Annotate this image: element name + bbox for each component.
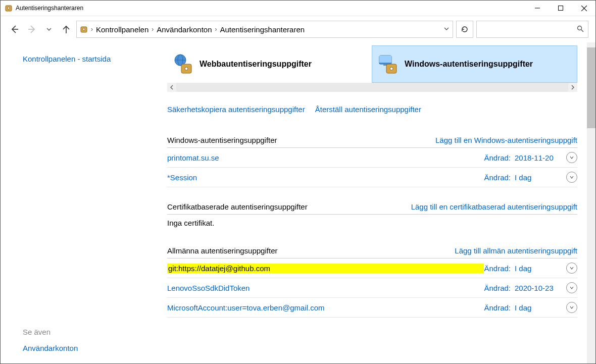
credential-name: MicrosoftAccount:user=tova.erben@gmail.c…	[167, 303, 484, 312]
credential-row[interactable]: printomat.su.se Ändrad: 2018-11-20	[167, 148, 577, 168]
section-generic-credentials: Allmänna autentiseringsuppgifter Lägg ti…	[167, 244, 577, 318]
scroll-left-icon[interactable]	[167, 83, 176, 92]
modified-date: I dag	[515, 303, 561, 312]
credential-row[interactable]: *Session Ändrad: I dag	[167, 168, 577, 187]
credential-row[interactable]: MicrosoftAccount:user=tova.erben@gmail.c…	[167, 298, 577, 318]
globe-vault-icon	[172, 53, 194, 75]
breadcrumb-bar[interactable]: › Kontrollpanelen › Användarkonton › Aut…	[76, 21, 453, 38]
backup-link[interactable]: Säkerhetskopiera autentiseringsuppgifter	[167, 105, 305, 114]
forward-button[interactable]	[25, 22, 39, 36]
credential-name: LenovoSsoSdkDidToken	[167, 284, 484, 292]
up-button[interactable]	[59, 22, 73, 36]
left-pane: Kontrollpanelen - startsida Se även Anvä…	[1, 42, 167, 364]
tab-label: Webbautentiseringsuppgifter	[200, 60, 312, 69]
no-certificates-label: Inga certifikat.	[167, 215, 577, 231]
svg-point-22	[390, 67, 393, 70]
svg-line-12	[581, 29, 584, 32]
chevron-down-icon[interactable]	[566, 263, 577, 274]
section-title: Windows-autentiseringsuppgifter	[167, 136, 277, 144]
chevron-down-icon[interactable]	[566, 302, 577, 313]
tab-windows-credentials[interactable]: Windows-autentiseringsuppgifter	[372, 45, 577, 83]
credential-row[interactable]: git:https://datatjej@github.com Ändrad: …	[167, 258, 577, 278]
credential-name: printomat.su.se	[167, 153, 484, 162]
control-panel-home-link[interactable]: Kontrollpanelen - startsida	[23, 55, 157, 63]
add-windows-credential-link[interactable]: Lägg till en Windows-autentiseringsuppgi…	[435, 136, 577, 144]
breadcrumb-icon	[80, 25, 88, 33]
close-button[interactable]	[572, 1, 595, 16]
recent-dropdown[interactable]	[42, 22, 56, 36]
svg-point-11	[578, 26, 582, 30]
modified-date: I dag	[515, 264, 561, 273]
toolbar: › Kontrollpanelen › Användarkonton › Aut…	[1, 16, 595, 42]
chevron-right-icon[interactable]: ›	[91, 26, 93, 33]
search-box[interactable]	[476, 21, 588, 38]
minimize-button[interactable]	[526, 1, 549, 16]
breadcrumb-item[interactable]: Kontrollpanelen	[96, 25, 148, 34]
credential-name: *Session	[167, 173, 484, 182]
credential-name: git:https://datatjej@github.com	[167, 264, 484, 273]
svg-point-10	[83, 28, 85, 30]
chevron-down-icon[interactable]	[443, 26, 450, 33]
tab-label: Windows-autentiseringsuppgifter	[405, 60, 533, 69]
svg-rect-3	[559, 6, 563, 11]
content-area: Webbautentiseringsuppgifter Windows-aute…	[167, 42, 595, 364]
chevron-down-icon[interactable]	[566, 172, 577, 183]
tab-web-credentials[interactable]: Webbautentiseringsuppgifter	[167, 45, 372, 83]
maximize-button[interactable]	[549, 1, 572, 16]
titlebar: Autentiseringshanteraren	[1, 1, 595, 16]
restore-link[interactable]: Återställ autentiseringsuppgifter	[315, 105, 421, 114]
svg-point-1	[8, 7, 10, 9]
modified-label: Ändrad:	[484, 284, 511, 292]
modified-label: Ändrad:	[484, 173, 511, 182]
chevron-down-icon[interactable]	[566, 152, 577, 163]
modified-date: 2020-10-23	[515, 284, 561, 292]
breadcrumb-item[interactable]: Autentiseringshanteraren	[220, 25, 305, 34]
credential-tabs: Webbautentiseringsuppgifter Windows-aute…	[167, 45, 577, 83]
scroll-right-icon[interactable]	[568, 83, 577, 92]
see-also-link[interactable]: Användarkonton	[23, 344, 78, 352]
svg-rect-19	[379, 56, 391, 63]
section-title: Allmänna autentiseringsuppgifter	[167, 246, 277, 255]
back-button[interactable]	[8, 22, 22, 36]
modified-label: Ändrad:	[484, 264, 511, 273]
refresh-button[interactable]	[456, 21, 473, 38]
app-icon	[5, 4, 13, 12]
modified-label: Ändrad:	[484, 303, 511, 312]
vertical-scrollbar[interactable]	[587, 42, 595, 364]
action-links: Säkerhetskopiera autentiseringsuppgifter…	[167, 92, 577, 121]
chevron-right-icon[interactable]: ›	[152, 26, 154, 33]
add-generic-credential-link[interactable]: Lägg till allmän autentiseringsuppgift	[455, 246, 577, 255]
chevron-right-icon[interactable]: ›	[215, 26, 217, 33]
search-icon[interactable]	[577, 25, 584, 34]
horizontal-scrollbar[interactable]	[167, 83, 577, 92]
main: Kontrollpanelen - startsida Se även Anvä…	[1, 42, 595, 364]
window-title: Autentiseringshanteraren	[16, 5, 526, 12]
monitor-vault-icon	[377, 53, 400, 75]
search-input[interactable]	[481, 25, 577, 33]
section-windows-credentials: Windows-autentiseringsuppgifter Lägg til…	[167, 134, 577, 187]
svg-point-17	[185, 67, 188, 70]
add-certificate-credential-link[interactable]: Lägg till en certifikatbaserad autentise…	[411, 202, 577, 211]
modified-date: I dag	[515, 173, 561, 182]
chevron-down-icon[interactable]	[566, 282, 577, 293]
breadcrumb-item[interactable]: Användarkonton	[157, 25, 212, 34]
section-certificate-credentials: Certifikatbaserade autentiseringsuppgift…	[167, 200, 577, 231]
credential-row[interactable]: LenovoSsoSdkDidToken Ändrad: 2020-10-23	[167, 278, 577, 298]
see-also-label: Se även	[23, 328, 51, 336]
section-title: Certifikatbaserade autentiseringsuppgift…	[167, 202, 308, 211]
modified-label: Ändrad:	[484, 153, 511, 162]
scrollbar-thumb[interactable]	[587, 47, 595, 128]
modified-date: 2018-11-20	[515, 153, 561, 162]
